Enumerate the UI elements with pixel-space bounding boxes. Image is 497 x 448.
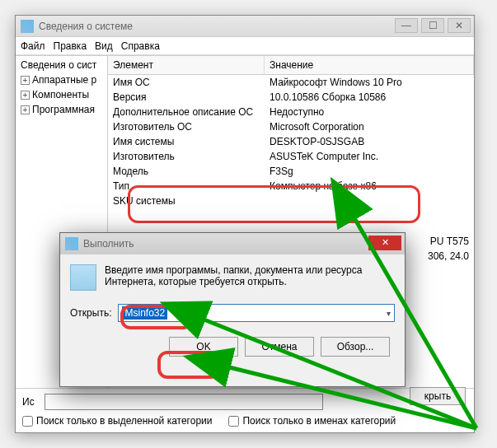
table-row[interactable]: Версия10.0.10586 Сборка 10586: [108, 90, 474, 105]
cell-element: SKU системы: [108, 194, 265, 208]
window-title: Сведения о системе: [39, 21, 133, 32]
minimize-button[interactable]: —: [395, 18, 418, 33]
title-bar[interactable]: Сведения о системе — ☐ ✕: [16, 16, 474, 37]
column-header-element[interactable]: Элемент: [108, 56, 265, 74]
ok-button[interactable]: OK: [169, 337, 238, 357]
open-input-value: Msinfo32: [122, 306, 167, 320]
cell-element: Имя системы: [108, 134, 265, 149]
cell-element: Дополнительное описание ОС: [108, 105, 265, 119]
checkbox-selected-category[interactable]: Поиск только в выделенной категории: [22, 415, 212, 427]
menu-file[interactable]: Файл: [21, 40, 45, 51]
partial-text: 306, 24.0: [428, 250, 469, 262]
cell-value: 10.0.10586 Сборка 10586: [265, 90, 474, 105]
cell-element: Изготовитель ОС: [108, 119, 265, 134]
close-search-button[interactable]: крыть: [410, 387, 466, 405]
run-app-icon: [65, 237, 78, 250]
table-row[interactable]: МодельF3Sg: [108, 164, 474, 179]
menu-bar: Файл Правка Вид Справка: [16, 37, 474, 55]
cell-value: Майкрософт Windows 10 Pro: [265, 75, 474, 90]
cell-value: [265, 194, 474, 208]
table-row[interactable]: Имя системыDESKTOP-0SJSGAB: [108, 134, 474, 149]
search-input[interactable]: [45, 394, 323, 410]
partial-text: PU T575: [430, 236, 469, 247]
table-row[interactable]: SKU системы: [108, 194, 474, 208]
run-close-button[interactable]: ✕: [368, 236, 401, 250]
table-row[interactable]: Изготовитель ОСMicrosoft Corporation: [108, 119, 474, 134]
tree-item-components[interactable]: + Компоненты: [17, 87, 105, 102]
chevron-down-icon[interactable]: ▾: [387, 309, 391, 318]
table-row[interactable]: ТипКомпьютер на базе x86: [108, 179, 474, 194]
run-dialog: Выполнить ✕ Введите имя программы, папки…: [59, 232, 406, 387]
run-prompt-text: Введите имя программы, папки, документа …: [105, 264, 395, 291]
checkbox-category-names[interactable]: Поиск только в именах категорий: [228, 415, 396, 427]
browse-button[interactable]: Обзор...: [321, 337, 390, 357]
app-icon: [21, 20, 34, 33]
cell-value: ASUSTeK Computer Inc.: [265, 149, 474, 164]
cell-value: F3Sg: [265, 164, 474, 179]
table-row[interactable]: ИзготовительASUSTeK Computer Inc.: [108, 149, 474, 164]
menu-view[interactable]: Вид: [95, 40, 113, 51]
expand-icon[interactable]: +: [21, 105, 30, 114]
tree-item-hardware[interactable]: + Аппаратные р: [17, 72, 105, 87]
run-title-bar[interactable]: Выполнить ✕: [60, 233, 405, 254]
cell-element: Версия: [108, 90, 265, 105]
cell-value: Microsoft Corporation: [265, 119, 474, 134]
cell-element: Модель: [108, 164, 265, 179]
table-row[interactable]: Имя ОСМайкрософт Windows 10 Pro: [108, 75, 474, 90]
open-combobox[interactable]: Msinfo32 ▾: [118, 304, 395, 322]
search-bar: Ис крыть Поиск только в выделенной катег…: [16, 388, 474, 431]
tree-item-software[interactable]: + Программная: [17, 102, 105, 117]
cancel-button[interactable]: Отмена: [245, 337, 314, 357]
expand-icon[interactable]: +: [21, 76, 30, 85]
menu-help[interactable]: Справка: [121, 40, 160, 51]
table-row[interactable]: Дополнительное описание ОСНедоступно: [108, 105, 474, 119]
close-button[interactable]: ✕: [448, 18, 471, 33]
menu-edit[interactable]: Правка: [54, 40, 87, 51]
cell-value: Компьютер на базе x86: [265, 179, 474, 194]
run-title-text: Выполнить: [83, 238, 134, 250]
open-label: Открыть:: [70, 307, 111, 319]
maximize-button[interactable]: ☐: [421, 18, 444, 33]
search-label: Ис: [22, 396, 35, 408]
cell-element: Имя ОС: [108, 75, 265, 90]
cell-element: Изготовитель: [108, 149, 265, 164]
cell-element: Тип: [108, 179, 265, 194]
tree-root[interactable]: Сведения о сист: [17, 58, 105, 72]
cell-value: DESKTOP-0SJSGAB: [265, 134, 474, 149]
expand-icon[interactable]: +: [21, 91, 30, 100]
run-program-icon: [70, 264, 96, 291]
column-header-value[interactable]: Значение: [265, 56, 474, 74]
cell-value: Недоступно: [265, 105, 474, 119]
